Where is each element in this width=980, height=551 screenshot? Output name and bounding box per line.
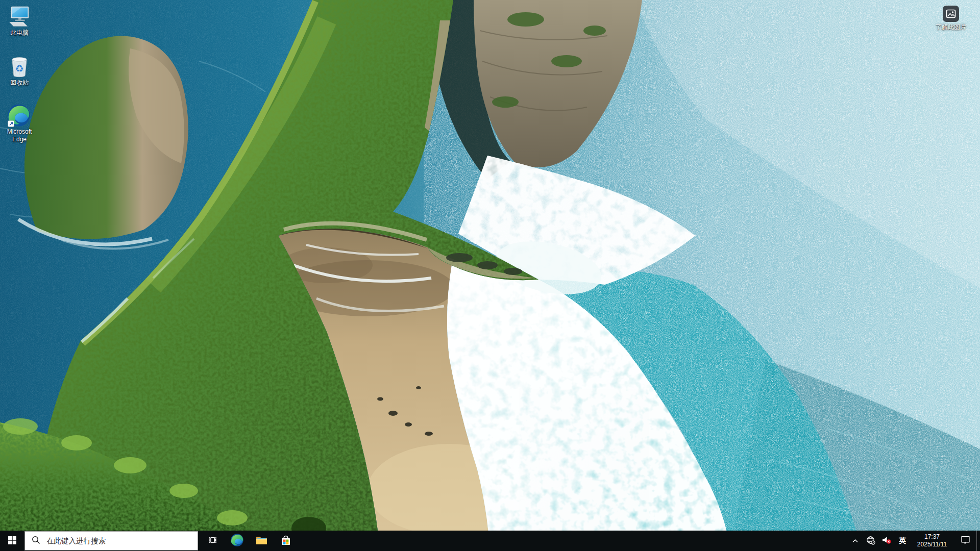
wallpaper-image [0,0,980,551]
desktop-icon-this-pc[interactable]: 此电脑 [0,5,43,37]
network-status-button[interactable] [863,531,878,551]
edge-logo-icon [231,534,243,548]
taskbar-clock[interactable]: 17:37 2025/11/11 [910,531,954,551]
task-view-icon [208,536,217,546]
spotlight-learn-about-picture[interactable]: 了解此图片 [927,6,974,31]
desktop-icon-microsoft-edge[interactable]: Microsoft Edge [0,104,43,143]
clock-time: 17:37 [917,533,947,541]
shortcut-arrow-icon [8,120,14,127]
desktop-icon-label: 此电脑 [10,29,29,37]
taskbar-app-buttons [200,531,298,551]
volume-button[interactable] [878,531,895,551]
windows-logo-icon [8,536,16,546]
folder-icon [255,534,268,548]
clock-date: 2025/11/11 [917,541,947,548]
desktop-icon-label: Microsoft Edge [1,128,38,143]
speaker-muted-icon [882,536,891,546]
search-icon [32,536,40,546]
notification-bubble-icon [960,535,971,547]
spotlight-label: 了解此图片 [936,23,966,31]
system-tray: 英 17:37 2025/11/11 [847,531,980,551]
svg-text:♻: ♻ [15,63,23,74]
recycle-bin-icon: ♻ [8,55,31,78]
picture-icon [943,6,959,22]
desktop-icon-label: 回收站 [10,79,29,87]
task-view-button[interactable] [200,531,225,551]
show-desktop-button[interactable] [976,531,980,551]
ime-label: 英 [899,536,906,545]
action-center-button[interactable] [954,531,976,551]
desktop: 此电脑 ♻ 回收站 Microsoft Edge [0,0,980,551]
search-input[interactable] [45,536,192,545]
store-bag-icon [280,534,292,548]
taskbar: 英 17:37 2025/11/11 [0,531,980,551]
store-button[interactable] [274,531,298,551]
computer-icon [8,5,31,28]
globe-no-internet-icon [866,536,875,546]
taskbar-search-box[interactable] [24,531,198,550]
edge-logo-icon [8,104,31,127]
ime-language-indicator[interactable]: 英 [895,531,910,551]
file-explorer-button[interactable] [249,531,274,551]
desktop-icon-recycle-bin[interactable]: ♻ 回收站 [0,55,43,87]
show-hidden-icons-button[interactable] [847,531,863,551]
chevron-up-icon [852,537,859,545]
edge-taskbar-button[interactable] [225,531,249,551]
start-button[interactable] [0,531,24,551]
